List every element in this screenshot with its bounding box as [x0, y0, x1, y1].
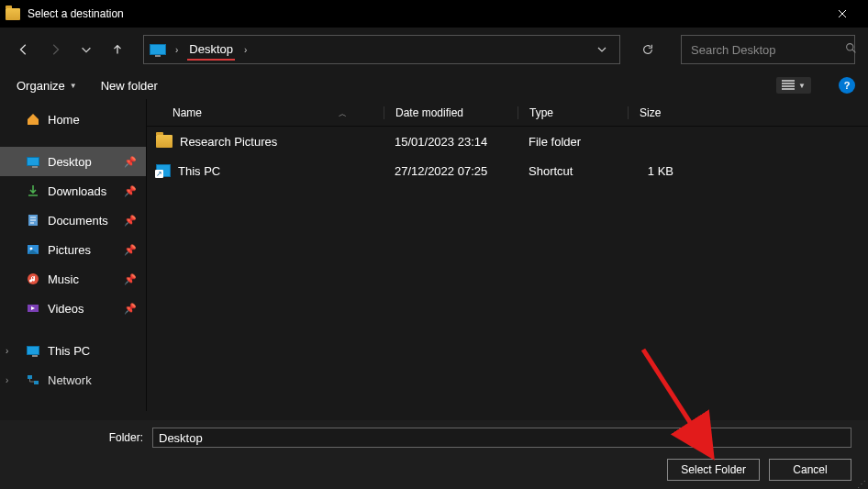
pc-icon — [26, 343, 40, 358]
videos-icon — [26, 301, 40, 316]
sidebar-item-documents[interactable]: Documents 📌 — [0, 206, 146, 235]
download-icon — [26, 183, 40, 198]
pin-icon: 📌 — [124, 244, 137, 256]
folder-picker-window: Select a destination › Desktop › — [0, 0, 868, 489]
recent-locations-button[interactable] — [75, 39, 97, 61]
resize-grip-icon[interactable]: ⋰ — [857, 482, 866, 487]
main-area: Home Desktop 📌 Downloads 📌 Documents 📌 P… — [0, 99, 868, 411]
file-date: 15/01/2023 23:14 — [384, 135, 517, 149]
search-input[interactable] — [691, 43, 845, 57]
toolbar: Organize ▼ New folder ▼ ? — [0, 72, 868, 99]
expand-icon[interactable]: › — [6, 346, 8, 356]
sidebar-item-label: Documents — [48, 214, 108, 228]
window-title: Select a destination — [28, 7, 124, 20]
new-folder-button[interactable]: New folder — [97, 76, 161, 95]
sidebar-item-network[interactable]: › Network — [0, 365, 146, 395]
sidebar-item-desktop[interactable]: Desktop 📌 — [0, 147, 146, 176]
expand-icon[interactable]: › — [6, 375, 8, 385]
file-date: 27/12/2022 07:25 — [384, 164, 517, 178]
column-header-size[interactable]: Size — [628, 106, 701, 119]
search-box[interactable] — [681, 35, 855, 64]
forward-button[interactable] — [44, 39, 66, 61]
pin-icon: 📌 — [124, 156, 137, 168]
desktop-icon — [26, 154, 40, 169]
folder-input[interactable] — [152, 428, 851, 448]
music-icon — [26, 272, 40, 286]
select-folder-button[interactable]: Select Folder — [667, 459, 760, 481]
address-dropdown-button[interactable] — [590, 41, 614, 58]
pin-icon: 📌 — [124, 215, 137, 227]
column-headers: Name ︿ Date modified Type Size — [147, 99, 868, 127]
network-icon — [26, 372, 40, 387]
folder-field-label: Folder: — [0, 431, 147, 444]
folder-icon — [156, 135, 172, 148]
column-header-type[interactable]: Type — [517, 106, 628, 119]
sidebar-item-label: Downloads — [48, 184, 106, 198]
file-type: File folder — [517, 135, 628, 149]
titlebar: Select a destination — [0, 0, 868, 28]
home-icon — [26, 112, 40, 127]
sort-indicator-icon: ︿ — [339, 108, 347, 120]
file-row[interactable]: Research Pictures 15/01/2023 23:14 File … — [147, 127, 868, 156]
desktop-icon — [150, 44, 166, 55]
navigation-bar: › Desktop › — [0, 28, 868, 72]
sidebar-item-label: Pictures — [48, 243, 91, 257]
column-header-name[interactable]: Name ︿ — [147, 106, 384, 119]
svg-rect-6 — [28, 375, 32, 379]
pin-icon: 📌 — [124, 273, 137, 285]
pin-icon: 📌 — [124, 185, 137, 197]
close-button[interactable] — [821, 0, 862, 28]
address-bar[interactable]: › Desktop › — [143, 35, 620, 64]
document-icon — [26, 213, 40, 228]
breadcrumb-desktop[interactable]: Desktop — [187, 39, 235, 61]
new-folder-label: New folder — [101, 79, 158, 93]
sidebar-item-label: Network — [48, 373, 92, 387]
help-button[interactable]: ? — [839, 77, 855, 94]
sidebar-item-this-pc[interactable]: › This PC — [0, 336, 146, 365]
file-name: Research Pictures — [180, 135, 277, 149]
sidebar-item-pictures[interactable]: Pictures 📌 — [0, 235, 146, 264]
chevron-right-icon[interactable]: › — [240, 45, 250, 55]
sidebar-item-home[interactable]: Home — [0, 105, 146, 134]
sidebar-item-videos[interactable]: Videos 📌 — [0, 294, 146, 323]
navigation-pane: Home Desktop 📌 Downloads 📌 Documents 📌 P… — [0, 99, 147, 411]
sidebar-item-label: Music — [48, 272, 79, 286]
folder-icon — [6, 8, 20, 20]
shortcut-icon — [156, 164, 171, 177]
file-list-pane: Name ︿ Date modified Type Size Research … — [147, 99, 868, 411]
sidebar-item-music[interactable]: Music 📌 — [0, 264, 146, 294]
svg-point-0 — [847, 44, 853, 50]
sidebar-item-label: This PC — [48, 344, 90, 358]
sidebar-item-downloads[interactable]: Downloads 📌 — [0, 176, 146, 206]
footer: Folder: Select Folder Cancel ⋰ — [0, 420, 868, 489]
back-button[interactable] — [13, 39, 35, 61]
pin-icon: 📌 — [124, 303, 137, 315]
organize-label: Organize — [17, 79, 65, 93]
organize-button[interactable]: Organize ▼ — [13, 76, 81, 95]
chevron-down-icon: ▼ — [798, 82, 806, 90]
refresh-button[interactable] — [633, 35, 662, 64]
search-icon — [845, 41, 857, 58]
sidebar-item-label: Desktop — [48, 155, 92, 169]
chevron-down-icon: ▼ — [70, 82, 77, 90]
file-size: 1 KB — [628, 164, 701, 178]
sidebar-item-label: Videos — [48, 302, 84, 316]
pictures-icon — [26, 242, 40, 257]
file-type: Shortcut — [517, 164, 628, 178]
file-name: This PC — [178, 164, 220, 178]
up-button[interactable] — [106, 39, 128, 61]
file-row[interactable]: This PC 27/12/2022 07:25 Shortcut 1 KB — [147, 156, 868, 185]
column-header-date[interactable]: Date modified — [384, 106, 517, 119]
chevron-right-icon[interactable]: › — [172, 45, 182, 55]
cancel-button[interactable]: Cancel — [769, 459, 851, 481]
svg-rect-7 — [34, 381, 39, 384]
view-options-button[interactable]: ▼ — [776, 77, 811, 94]
sidebar-item-label: Home — [48, 113, 80, 127]
